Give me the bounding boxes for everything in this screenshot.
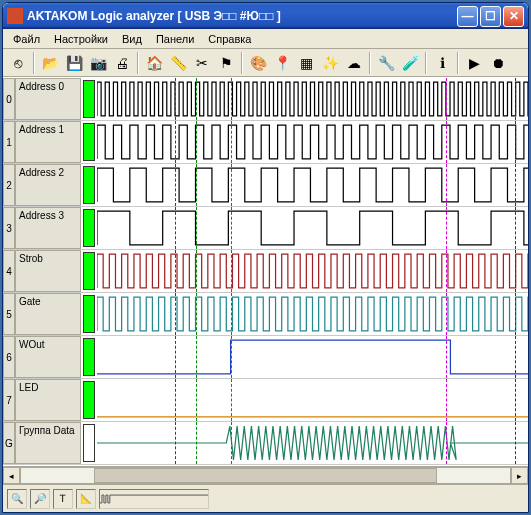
app-window: AKTAKOM Logic analyzer [ USB Э□□ #Ю□□ ] … (2, 2, 529, 513)
channel-row: 2Address 2 (3, 164, 528, 207)
channel-label[interactable]: LED (15, 379, 81, 421)
channel-color-swatch[interactable] (83, 123, 95, 161)
channel-color-swatch[interactable] (83, 295, 95, 333)
channel-label[interactable]: Группа Data (15, 422, 81, 464)
overview-minimap[interactable] (99, 489, 209, 509)
channel-row: 3Address 3 (3, 207, 528, 250)
channel-number: 7 (3, 379, 15, 421)
channel-color-swatch[interactable] (83, 80, 95, 118)
zoom-in-icon[interactable]: 🔍 (7, 489, 27, 509)
info-icon[interactable]: ℹ (431, 52, 453, 74)
cut-icon[interactable]: ✂ (191, 52, 213, 74)
exit-icon[interactable]: ⎋ (7, 52, 29, 74)
flag-icon[interactable]: ⚑ (215, 52, 237, 74)
channel-waveform[interactable] (97, 336, 528, 378)
channel-waveform[interactable] (97, 78, 528, 120)
menu-panels[interactable]: Панели (150, 31, 200, 47)
channel-row: 5Gate (3, 293, 528, 336)
channel-number: 1 (3, 121, 15, 163)
print-icon[interactable]: 🖨 (111, 52, 133, 74)
channel-row: GГруппа DataA123B (3, 422, 528, 465)
channel-color-swatch[interactable] (83, 166, 95, 204)
record-icon[interactable]: ⏺ (487, 52, 509, 74)
statusbar: 🔍🔎Ꭲ📐 (3, 484, 528, 512)
menubar: Файл Настройки Вид Панели Справка (3, 29, 528, 49)
channel-label[interactable]: Address 1 (15, 121, 81, 163)
save-icon[interactable]: 💾 (63, 52, 85, 74)
channel-waveform[interactable] (97, 293, 528, 335)
channel-waveform[interactable]: A123B (97, 422, 528, 464)
palette-icon[interactable]: 🎨 (247, 52, 269, 74)
channel-row: 4Strob (3, 250, 528, 293)
channel-waveform[interactable] (97, 164, 528, 206)
tool1-icon[interactable]: 🔧 (375, 52, 397, 74)
channel-number: 4 (3, 250, 15, 292)
channel-color-swatch[interactable] (83, 252, 95, 290)
close-button[interactable]: ✕ (503, 6, 524, 27)
channel-label[interactable]: Gate (15, 293, 81, 335)
tool2-icon[interactable]: 🧪 (399, 52, 421, 74)
zoom-out-icon[interactable]: 🔎 (30, 489, 50, 509)
toolbar-separator (457, 52, 459, 74)
menu-file[interactable]: Файл (7, 31, 46, 47)
channel-number: 5 (3, 293, 15, 335)
menu-view[interactable]: Вид (116, 31, 148, 47)
toolbar-separator (369, 52, 371, 74)
toolbar-separator (33, 52, 35, 74)
channel-label[interactable]: Address 3 (15, 207, 81, 249)
marker-icon[interactable]: 📍 (271, 52, 293, 74)
ruler-icon[interactable]: 📏 (167, 52, 189, 74)
channel-waveform[interactable] (97, 250, 528, 292)
channel-row: 1Address 1 (3, 121, 528, 164)
horizontal-scrollbar[interactable]: ◂ ▸ (3, 466, 528, 484)
channel-waveform[interactable] (97, 121, 528, 163)
channel-number: G (3, 422, 15, 464)
scroll-right-button[interactable]: ▸ (511, 467, 528, 484)
channel-row: 6WOut (3, 336, 528, 379)
scroll-left-button[interactable]: ◂ (3, 467, 20, 484)
app-icon (7, 8, 23, 24)
channel-color-swatch[interactable] (83, 338, 95, 376)
minimize-button[interactable]: — (457, 6, 478, 27)
channel-waveform[interactable] (97, 379, 528, 421)
channel-label[interactable]: Address 0 (15, 78, 81, 120)
toolbar-separator (137, 52, 139, 74)
channel-label[interactable]: Strob (15, 250, 81, 292)
channel-number: 0 (3, 78, 15, 120)
channel-row: 0Address 0 (3, 78, 528, 121)
scroll-thumb[interactable] (94, 468, 436, 483)
workarea: 0Address 01Address 12Address 23Address 3… (3, 77, 528, 484)
channel-number: 6 (3, 336, 15, 378)
menu-help[interactable]: Справка (202, 31, 257, 47)
toolbar-separator (425, 52, 427, 74)
channel-row: 7LED (3, 379, 528, 422)
tables-icon[interactable]: ▦ (295, 52, 317, 74)
play-icon[interactable]: ▶ (463, 52, 485, 74)
photo-icon[interactable]: 📷 (87, 52, 109, 74)
open-icon[interactable]: 📂 (39, 52, 61, 74)
ruler-vert-icon[interactable]: 📐 (76, 489, 96, 509)
window-title: AKTAKOM Logic analyzer [ USB Э□□ #Ю□□ ] (27, 9, 457, 23)
channel-color-swatch[interactable] (83, 381, 95, 419)
scroll-track[interactable] (20, 467, 511, 484)
channel-label[interactable]: WOut (15, 336, 81, 378)
channel-number: 3 (3, 207, 15, 249)
toolbar-separator (241, 52, 243, 74)
wand-icon[interactable]: ✨ (319, 52, 341, 74)
channel-waveform[interactable] (97, 207, 528, 249)
text-cursor-icon[interactable]: Ꭲ (53, 489, 73, 509)
maximize-button[interactable]: ☐ (480, 6, 501, 27)
menu-settings[interactable]: Настройки (48, 31, 114, 47)
channel-color-swatch[interactable] (83, 424, 95, 462)
toolbar: ⎋📂💾📷🖨🏠📏✂⚑🎨📍▦✨☁🔧🧪ℹ▶⏺ (3, 49, 528, 77)
channel-color-swatch[interactable] (83, 209, 95, 247)
channel-label[interactable]: Address 2 (15, 164, 81, 206)
channel-number: 2 (3, 164, 15, 206)
channel-list: 0Address 01Address 12Address 23Address 3… (3, 78, 528, 466)
cloud-icon[interactable]: ☁ (343, 52, 365, 74)
titlebar[interactable]: AKTAKOM Logic analyzer [ USB Э□□ #Ю□□ ] … (3, 3, 528, 29)
home-icon[interactable]: 🏠 (143, 52, 165, 74)
window-buttons: — ☐ ✕ (457, 6, 524, 27)
